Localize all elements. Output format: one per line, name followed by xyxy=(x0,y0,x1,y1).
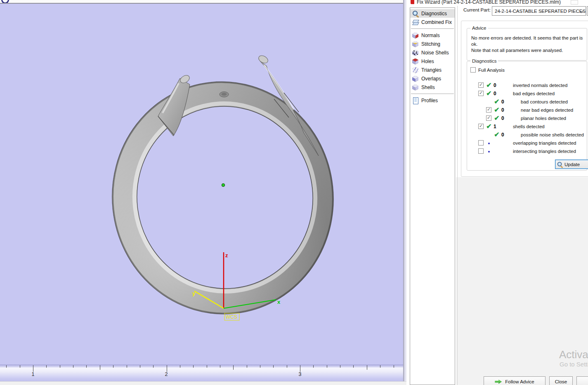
axis-y-label: y xyxy=(192,290,196,296)
advice-line: Note that not all parameters were analys… xyxy=(471,47,584,54)
activate-watermark-subtext: Go to Setti xyxy=(560,361,588,368)
tool-item[interactable]: Shells xyxy=(410,83,455,92)
viewport-topbar xyxy=(0,0,403,4)
tool-item-label: Diagnostics xyxy=(421,11,447,16)
tool-icon xyxy=(412,32,419,39)
full-analysis-label: Full Analysis xyxy=(478,68,505,73)
tool-icon xyxy=(412,49,419,56)
ring-model[interactable] xyxy=(101,54,351,326)
current-part-dropdown[interactable]: 24-2-14-CASTABLE SEPERATED PIECES xyxy=(492,6,586,16)
diagnostic-row: 1 shells detected xyxy=(467,122,587,131)
dialog-title: Fix Wizard (Part 24-2-14-CASTABLE SEPERA… xyxy=(417,0,561,5)
tool-item[interactable]: Profiles xyxy=(410,96,455,105)
diagnostics-rows: 0 inverted normals detected 0 bad edges … xyxy=(467,81,587,155)
fix-wizard-icon xyxy=(411,0,414,4)
advice-group: Advice No more errors are detected. It s… xyxy=(467,28,587,61)
row-label: inverted normals detected xyxy=(513,83,567,88)
row-checkbox[interactable] xyxy=(478,82,484,88)
tool-item-label: Profiles xyxy=(421,98,438,103)
arrow-right-icon xyxy=(495,379,502,384)
dialog-titlebar[interactable]: Fix Wizard (Part 24-2-14-CASTABLE SEPERA… xyxy=(406,0,588,5)
axis-z-label: z xyxy=(225,252,228,258)
diagnostic-row: 0 near bad edges detected xyxy=(467,106,587,114)
row-count: 0 xyxy=(494,82,496,88)
diagnostic-row: 0 possible noise shells detected xyxy=(467,131,587,139)
magnifier-icon xyxy=(557,161,563,167)
row-checkbox[interactable] xyxy=(478,148,484,154)
row-count: 0 xyxy=(501,132,504,138)
follow-advice-button[interactable]: Follow Advice xyxy=(484,376,545,385)
tool-item-label: Stitching xyxy=(421,41,440,47)
row-checkbox[interactable] xyxy=(478,124,484,129)
row-label: possible noise shells detected xyxy=(521,132,584,137)
separator xyxy=(411,28,454,29)
close-icon[interactable] xyxy=(571,0,578,5)
advice-group-title: Advice xyxy=(470,26,488,31)
tool-item[interactable]: Combined Fix xyxy=(410,18,455,26)
current-part-label: Current Part: xyxy=(463,7,491,12)
close-button[interactable]: Close xyxy=(549,376,573,385)
tool-item[interactable]: Overlaps xyxy=(410,74,455,83)
row-checkbox[interactable] xyxy=(478,140,484,146)
tool-item-label: Combined Fix xyxy=(421,19,452,25)
status-icon xyxy=(485,139,493,147)
tool-icon xyxy=(412,97,419,104)
row-checkbox[interactable] xyxy=(486,107,491,113)
tool-icon xyxy=(412,10,419,17)
help-button[interactable]: Help xyxy=(576,376,588,385)
viewport-area: z y x WCS 123 xyxy=(0,0,403,385)
row-label: bad edges detected xyxy=(513,91,555,96)
current-part-value: 24-2-14-CASTABLE SEPERATED PIECES xyxy=(495,9,586,14)
tool-item[interactable]: Triangles xyxy=(410,66,455,74)
update-button[interactable]: Update xyxy=(555,160,588,169)
update-button-label: Update xyxy=(564,162,580,167)
full-analysis-checkbox[interactable] xyxy=(470,67,476,73)
row-count: 0 xyxy=(501,115,504,121)
tool-item[interactable]: Stitching xyxy=(410,40,455,48)
row-label: shells detected xyxy=(513,124,545,129)
tool-icon xyxy=(412,19,419,26)
tool-item-label: Triangles xyxy=(421,67,442,73)
tool-item[interactable]: Holes xyxy=(410,57,455,66)
panel-divider xyxy=(457,6,458,385)
tool-icon xyxy=(412,75,419,82)
tool-panel: Diagnostics Combined Fix Normals xyxy=(410,7,455,385)
tool-item[interactable]: Noise Shells xyxy=(410,48,455,57)
separator xyxy=(411,94,454,94)
3d-viewport[interactable]: z y x WCS xyxy=(0,4,403,364)
diagnostic-row: 0 planar holes detected xyxy=(467,114,587,122)
ruler-ticks: 123 xyxy=(0,364,403,381)
vertical-scrollbar[interactable] xyxy=(403,0,406,381)
tool-item-label: Holes xyxy=(421,59,434,64)
diagnostic-row: overlapping triangles detected xyxy=(467,139,587,147)
status-icon xyxy=(485,89,493,98)
row-label: overlapping triangles detected xyxy=(513,141,576,146)
status-icon xyxy=(493,106,501,114)
row-count: 0 xyxy=(494,91,496,96)
app-icon xyxy=(1,0,9,4)
center-point xyxy=(222,184,225,187)
diagnostic-row: 0 inverted normals detected xyxy=(467,81,587,89)
row-label: planar holes detected xyxy=(521,116,566,121)
row-count: 1 xyxy=(494,124,496,129)
row-count: 0 xyxy=(501,99,504,105)
diagnostic-row: 0 bad edges detected xyxy=(467,89,587,98)
tool-item[interactable]: Diagnostics xyxy=(410,9,455,18)
tool-icon xyxy=(412,66,419,74)
advice-line: No more errors are detected. It seems th… xyxy=(471,35,584,47)
row-label: intersecting triangles detected xyxy=(513,149,576,154)
row-checkbox[interactable] xyxy=(486,115,491,121)
tool-icon xyxy=(412,84,419,91)
tool-item[interactable]: Normals xyxy=(410,31,455,40)
diagnostics-group-title: Diagnostics xyxy=(470,59,498,63)
axis-x-label: x xyxy=(277,299,281,305)
row-checkbox[interactable] xyxy=(478,91,484,96)
bottom-strip xyxy=(0,381,406,385)
activate-watermark: Activate xyxy=(559,348,588,361)
status-icon xyxy=(485,122,493,131)
wcs-label: WCS xyxy=(226,314,237,320)
tool-icon xyxy=(412,40,419,48)
status-icon xyxy=(485,147,493,155)
status-icon xyxy=(493,131,501,139)
diagnostics-group: Diagnostics Full Analysis 0 inverted nor… xyxy=(467,61,587,171)
